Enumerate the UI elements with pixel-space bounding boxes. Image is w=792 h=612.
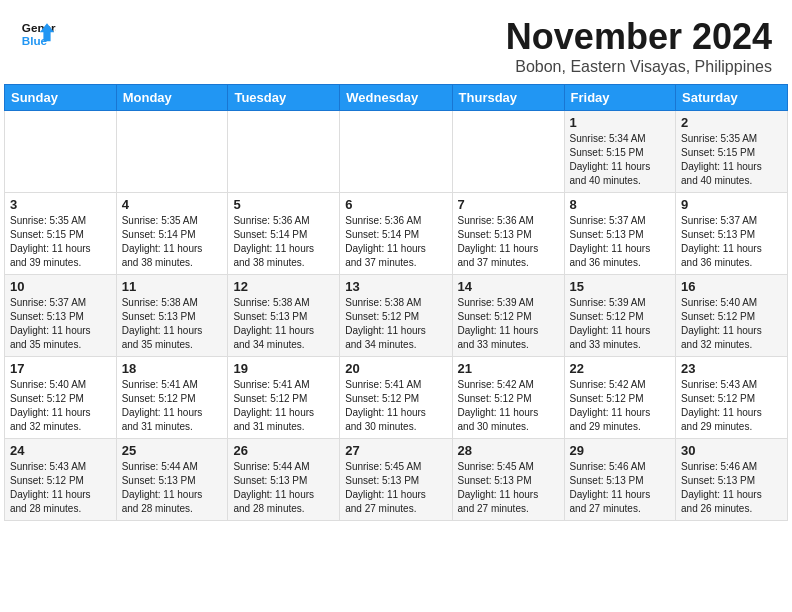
day-content: Sunrise: 5:36 AM Sunset: 5:13 PM Dayligh… (458, 214, 559, 270)
calendar-cell: 17Sunrise: 5:40 AM Sunset: 5:12 PM Dayli… (5, 357, 117, 439)
day-content: Sunrise: 5:45 AM Sunset: 5:13 PM Dayligh… (458, 460, 559, 516)
day-number: 19 (233, 361, 334, 376)
calendar-cell: 6Sunrise: 5:36 AM Sunset: 5:14 PM Daylig… (340, 193, 452, 275)
day-content: Sunrise: 5:37 AM Sunset: 5:13 PM Dayligh… (681, 214, 782, 270)
day-content: Sunrise: 5:40 AM Sunset: 5:12 PM Dayligh… (10, 378, 111, 434)
day-content: Sunrise: 5:41 AM Sunset: 5:12 PM Dayligh… (233, 378, 334, 434)
weekday-header-friday: Friday (564, 85, 676, 111)
calendar-week-row: 10Sunrise: 5:37 AM Sunset: 5:13 PM Dayli… (5, 275, 788, 357)
calendar-cell: 22Sunrise: 5:42 AM Sunset: 5:12 PM Dayli… (564, 357, 676, 439)
svg-text:General: General (22, 21, 56, 34)
title-block: November 2024 Bobon, Eastern Visayas, Ph… (506, 16, 772, 76)
day-number: 27 (345, 443, 446, 458)
calendar-week-row: 1Sunrise: 5:34 AM Sunset: 5:15 PM Daylig… (5, 111, 788, 193)
calendar-cell: 4Sunrise: 5:35 AM Sunset: 5:14 PM Daylig… (116, 193, 228, 275)
calendar-cell: 12Sunrise: 5:38 AM Sunset: 5:13 PM Dayli… (228, 275, 340, 357)
day-number: 20 (345, 361, 446, 376)
calendar-cell: 16Sunrise: 5:40 AM Sunset: 5:12 PM Dayli… (676, 275, 788, 357)
day-number: 26 (233, 443, 334, 458)
calendar-cell: 19Sunrise: 5:41 AM Sunset: 5:12 PM Dayli… (228, 357, 340, 439)
day-content: Sunrise: 5:35 AM Sunset: 5:15 PM Dayligh… (681, 132, 782, 188)
calendar-cell: 5Sunrise: 5:36 AM Sunset: 5:14 PM Daylig… (228, 193, 340, 275)
calendar-cell: 15Sunrise: 5:39 AM Sunset: 5:12 PM Dayli… (564, 275, 676, 357)
calendar-cell (5, 111, 117, 193)
calendar-week-row: 17Sunrise: 5:40 AM Sunset: 5:12 PM Dayli… (5, 357, 788, 439)
calendar-cell: 29Sunrise: 5:46 AM Sunset: 5:13 PM Dayli… (564, 439, 676, 521)
day-content: Sunrise: 5:42 AM Sunset: 5:12 PM Dayligh… (570, 378, 671, 434)
logo: General Blue (20, 16, 56, 52)
calendar-cell: 28Sunrise: 5:45 AM Sunset: 5:13 PM Dayli… (452, 439, 564, 521)
calendar-cell: 24Sunrise: 5:43 AM Sunset: 5:12 PM Dayli… (5, 439, 117, 521)
calendar-cell (452, 111, 564, 193)
day-number: 4 (122, 197, 223, 212)
weekday-header-saturday: Saturday (676, 85, 788, 111)
day-content: Sunrise: 5:41 AM Sunset: 5:12 PM Dayligh… (122, 378, 223, 434)
day-number: 25 (122, 443, 223, 458)
day-number: 23 (681, 361, 782, 376)
day-content: Sunrise: 5:37 AM Sunset: 5:13 PM Dayligh… (570, 214, 671, 270)
calendar-cell (116, 111, 228, 193)
day-number: 21 (458, 361, 559, 376)
day-content: Sunrise: 5:44 AM Sunset: 5:13 PM Dayligh… (233, 460, 334, 516)
day-content: Sunrise: 5:46 AM Sunset: 5:13 PM Dayligh… (570, 460, 671, 516)
calendar-cell: 18Sunrise: 5:41 AM Sunset: 5:12 PM Dayli… (116, 357, 228, 439)
day-number: 7 (458, 197, 559, 212)
calendar-week-row: 24Sunrise: 5:43 AM Sunset: 5:12 PM Dayli… (5, 439, 788, 521)
calendar-cell: 8Sunrise: 5:37 AM Sunset: 5:13 PM Daylig… (564, 193, 676, 275)
day-content: Sunrise: 5:36 AM Sunset: 5:14 PM Dayligh… (233, 214, 334, 270)
calendar-cell: 1Sunrise: 5:34 AM Sunset: 5:15 PM Daylig… (564, 111, 676, 193)
calendar-wrapper: SundayMondayTuesdayWednesdayThursdayFrid… (0, 84, 792, 525)
day-content: Sunrise: 5:42 AM Sunset: 5:12 PM Dayligh… (458, 378, 559, 434)
day-number: 5 (233, 197, 334, 212)
day-number: 1 (570, 115, 671, 130)
calendar-cell: 14Sunrise: 5:39 AM Sunset: 5:12 PM Dayli… (452, 275, 564, 357)
weekday-header-tuesday: Tuesday (228, 85, 340, 111)
day-content: Sunrise: 5:36 AM Sunset: 5:14 PM Dayligh… (345, 214, 446, 270)
day-number: 3 (10, 197, 111, 212)
day-content: Sunrise: 5:35 AM Sunset: 5:15 PM Dayligh… (10, 214, 111, 270)
calendar-cell: 7Sunrise: 5:36 AM Sunset: 5:13 PM Daylig… (452, 193, 564, 275)
calendar-cell: 21Sunrise: 5:42 AM Sunset: 5:12 PM Dayli… (452, 357, 564, 439)
day-number: 11 (122, 279, 223, 294)
day-content: Sunrise: 5:39 AM Sunset: 5:12 PM Dayligh… (458, 296, 559, 352)
weekday-header-sunday: Sunday (5, 85, 117, 111)
calendar-cell: 2Sunrise: 5:35 AM Sunset: 5:15 PM Daylig… (676, 111, 788, 193)
day-number: 6 (345, 197, 446, 212)
day-content: Sunrise: 5:41 AM Sunset: 5:12 PM Dayligh… (345, 378, 446, 434)
day-number: 10 (10, 279, 111, 294)
day-number: 22 (570, 361, 671, 376)
calendar-cell: 9Sunrise: 5:37 AM Sunset: 5:13 PM Daylig… (676, 193, 788, 275)
calendar-cell: 25Sunrise: 5:44 AM Sunset: 5:13 PM Dayli… (116, 439, 228, 521)
day-number: 16 (681, 279, 782, 294)
day-number: 13 (345, 279, 446, 294)
day-number: 28 (458, 443, 559, 458)
day-content: Sunrise: 5:38 AM Sunset: 5:13 PM Dayligh… (122, 296, 223, 352)
calendar-table: SundayMondayTuesdayWednesdayThursdayFrid… (4, 84, 788, 521)
calendar-cell: 10Sunrise: 5:37 AM Sunset: 5:13 PM Dayli… (5, 275, 117, 357)
day-number: 12 (233, 279, 334, 294)
day-number: 30 (681, 443, 782, 458)
day-number: 24 (10, 443, 111, 458)
month-title: November 2024 (506, 16, 772, 58)
calendar-cell: 30Sunrise: 5:46 AM Sunset: 5:13 PM Dayli… (676, 439, 788, 521)
day-number: 14 (458, 279, 559, 294)
day-content: Sunrise: 5:34 AM Sunset: 5:15 PM Dayligh… (570, 132, 671, 188)
calendar-cell: 23Sunrise: 5:43 AM Sunset: 5:12 PM Dayli… (676, 357, 788, 439)
page-header: General Blue November 2024 Bobon, Easter… (0, 0, 792, 84)
calendar-cell: 20Sunrise: 5:41 AM Sunset: 5:12 PM Dayli… (340, 357, 452, 439)
calendar-week-row: 3Sunrise: 5:35 AM Sunset: 5:15 PM Daylig… (5, 193, 788, 275)
day-content: Sunrise: 5:35 AM Sunset: 5:14 PM Dayligh… (122, 214, 223, 270)
location-subtitle: Bobon, Eastern Visayas, Philippines (506, 58, 772, 76)
day-number: 29 (570, 443, 671, 458)
day-content: Sunrise: 5:37 AM Sunset: 5:13 PM Dayligh… (10, 296, 111, 352)
calendar-cell: 3Sunrise: 5:35 AM Sunset: 5:15 PM Daylig… (5, 193, 117, 275)
day-content: Sunrise: 5:39 AM Sunset: 5:12 PM Dayligh… (570, 296, 671, 352)
day-content: Sunrise: 5:43 AM Sunset: 5:12 PM Dayligh… (10, 460, 111, 516)
day-number: 17 (10, 361, 111, 376)
day-content: Sunrise: 5:44 AM Sunset: 5:13 PM Dayligh… (122, 460, 223, 516)
day-number: 2 (681, 115, 782, 130)
calendar-cell: 13Sunrise: 5:38 AM Sunset: 5:12 PM Dayli… (340, 275, 452, 357)
day-content: Sunrise: 5:38 AM Sunset: 5:12 PM Dayligh… (345, 296, 446, 352)
day-number: 18 (122, 361, 223, 376)
calendar-cell (340, 111, 452, 193)
